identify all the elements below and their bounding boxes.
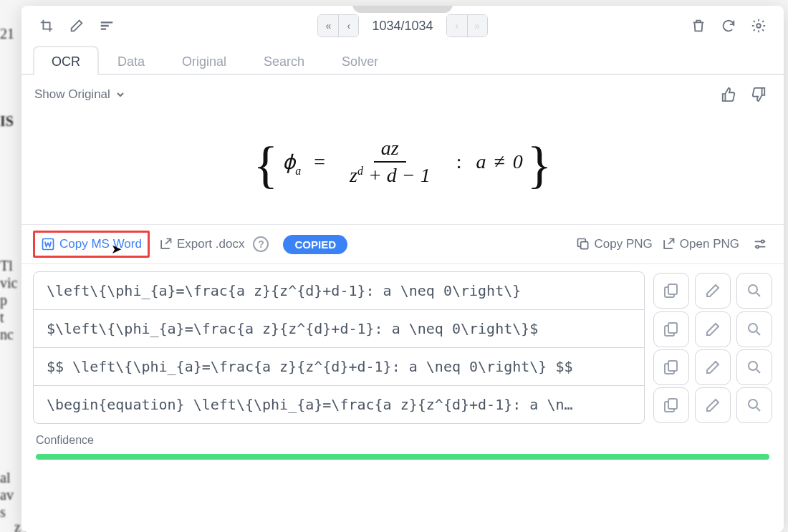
svg-point-4 <box>756 246 759 248</box>
svg-point-8 <box>749 324 757 332</box>
pager: « ‹ 1034/1034 › » <box>317 14 487 37</box>
svg-rect-2 <box>580 242 587 249</box>
show-original-label: Show Original <box>34 87 110 102</box>
thumbs-down-icon[interactable] <box>746 82 771 107</box>
thumbs-up-icon[interactable] <box>716 82 741 107</box>
gear-icon[interactable] <box>746 14 771 38</box>
eq-colon: : <box>456 150 462 173</box>
word-icon <box>41 237 55 251</box>
svg-point-12 <box>749 400 757 408</box>
bg-text: s <box>0 504 6 521</box>
edit-button[interactable] <box>695 349 731 385</box>
copy-png-label: Copy PNG <box>595 237 653 251</box>
search-button[interactable] <box>736 273 772 309</box>
trash-icon[interactable] <box>686 14 711 38</box>
pager-first-button[interactable]: « <box>318 15 338 37</box>
eq-sub-a: a <box>295 165 301 177</box>
bg-text: al <box>0 470 10 486</box>
subbar: Show Original <box>21 75 784 114</box>
svg-point-6 <box>749 285 757 294</box>
code-row: $$ \left\{\phi_{a}=\frac{a z}{z^{d}+d-1}… <box>33 348 772 386</box>
tab-search[interactable]: Search <box>245 46 323 75</box>
copy-icon <box>576 237 590 251</box>
tab-solver[interactable]: Solver <box>323 46 397 75</box>
search-button[interactable] <box>736 349 772 385</box>
sliders-icon[interactable] <box>748 232 772 256</box>
bg-text: t <box>0 309 4 326</box>
main-panel: « ‹ 1034/1034 › » OCR Data Original Sear… <box>21 6 784 532</box>
svg-rect-5 <box>668 284 677 294</box>
tab-original[interactable]: Original <box>163 46 245 75</box>
export-docx-label: Export .docx <box>177 237 245 251</box>
action-bar: Copy MS Word ➤ Export .docx ? COPIED Cop… <box>21 224 784 264</box>
help-icon[interactable]: ? <box>253 236 269 252</box>
pager-last-button[interactable]: » <box>467 15 487 37</box>
refresh-icon[interactable] <box>716 14 741 38</box>
pager-prev-button[interactable]: ‹ <box>338 15 358 37</box>
search-button[interactable] <box>736 311 772 347</box>
edit-button[interactable] <box>695 311 731 347</box>
svg-point-0 <box>756 24 761 28</box>
tabs: OCR Data Original Search Solver <box>21 46 784 75</box>
open-icon <box>661 237 676 251</box>
bg-text: 21 <box>0 26 14 42</box>
code-row: \begin{equation} \left\{\phi_{a}=\frac{a… <box>33 386 772 424</box>
edit-button[interactable] <box>695 387 731 423</box>
crop-icon[interactable] <box>34 14 59 38</box>
search-button[interactable] <box>736 387 772 423</box>
show-original-toggle[interactable]: Show Original <box>34 87 126 102</box>
eq-numerator: az <box>374 135 406 163</box>
bg-text: av <box>0 487 14 503</box>
confidence-section: Confidence <box>21 424 784 465</box>
svg-rect-7 <box>668 323 677 333</box>
code-text[interactable]: \begin{equation} \left\{\phi_{a}=\frac{a… <box>33 386 645 424</box>
eq-equals: = <box>314 150 325 173</box>
export-docx-button[interactable]: Export .docx <box>158 237 245 251</box>
menu-icon[interactable] <box>95 14 119 38</box>
bg-text: IS <box>0 113 14 130</box>
code-text[interactable]: $$ \left\{\phi_{a}=\frac{a z}{z^{d}+d-1}… <box>33 348 645 386</box>
pager-next-button[interactable]: › <box>447 15 467 37</box>
bg-text: Tl <box>0 258 13 274</box>
edit-button[interactable] <box>695 273 731 309</box>
copy-ms-word-label: Copy MS Word <box>59 237 142 251</box>
copy-button[interactable] <box>653 349 689 385</box>
window-notch <box>352 6 453 13</box>
svg-point-10 <box>749 362 757 370</box>
svg-rect-11 <box>668 399 677 409</box>
code-row: \left\{\phi_{a}=\frac{a z}{z^{d}+d-1}: a… <box>33 271 772 310</box>
copy-ms-word-button[interactable]: Copy MS Word ➤ <box>33 231 150 258</box>
confidence-bar <box>36 454 769 460</box>
equation-display: { ϕa = az zd + d − 1 : a ≠ 0 } <box>21 114 784 224</box>
code-text[interactable]: $\left\{\phi_{a}=\frac{a z}{z^{d}+d-1}: … <box>33 310 645 348</box>
eq-phi: ϕ <box>282 151 295 173</box>
tab-data[interactable]: Data <box>99 46 163 75</box>
svg-rect-9 <box>668 361 677 371</box>
tab-ocr[interactable]: OCR <box>33 46 99 75</box>
page-counter: 1034/1034 <box>372 19 433 34</box>
open-png-label: Open PNG <box>680 237 739 251</box>
cursor-icon: ➤ <box>111 241 122 257</box>
copy-button[interactable] <box>653 387 689 423</box>
copy-button[interactable] <box>653 311 689 347</box>
export-icon <box>158 237 173 251</box>
copy-png-button[interactable]: Copy PNG <box>576 237 653 251</box>
code-list: \left\{\phi_{a}=\frac{a z}{z^{d}+d-1}: a… <box>21 264 784 424</box>
copy-button[interactable] <box>653 273 689 309</box>
code-row: $\left\{\phi_{a}=\frac{a z}{z^{d}+d-1}: … <box>33 310 772 348</box>
edit-icon[interactable] <box>64 14 89 38</box>
svg-point-3 <box>761 241 764 243</box>
bg-text: p <box>0 292 7 309</box>
copied-badge: COPIED <box>283 235 347 254</box>
chevron-down-icon <box>115 89 126 100</box>
confidence-label: Confidence <box>36 434 769 447</box>
bg-text: nc <box>0 327 14 343</box>
open-png-button[interactable]: Open PNG <box>661 237 739 251</box>
code-text[interactable]: \left\{\phi_{a}=\frac{a z}{z^{d}+d-1}: a… <box>33 271 645 310</box>
bg-text: vic <box>0 275 17 291</box>
